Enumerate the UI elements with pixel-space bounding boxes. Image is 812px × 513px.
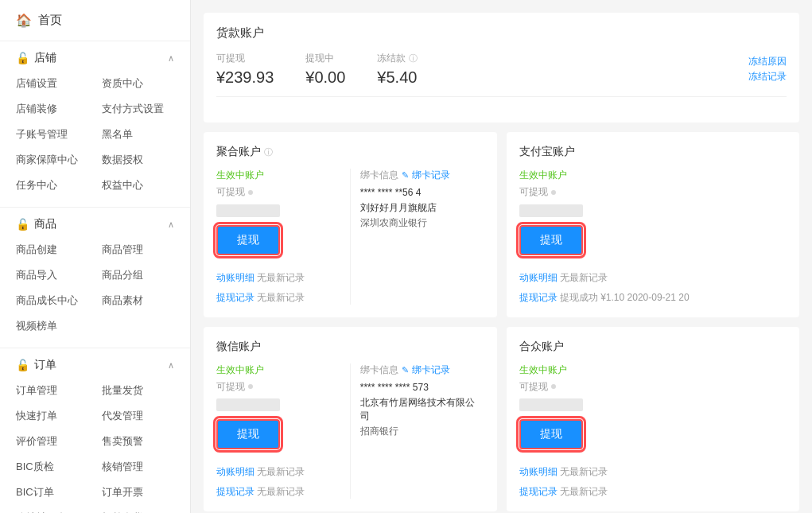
hezhong-withdraw-button[interactable]: 提现 bbox=[519, 419, 583, 449]
wechat-amount-blur bbox=[216, 398, 280, 411]
wechat-status: 生效中账户 bbox=[216, 363, 340, 377]
alipay-withdraw-button[interactable]: 提现 bbox=[519, 225, 583, 255]
wechat-dynamic-link[interactable]: 动账明细 bbox=[216, 466, 254, 477]
juhe-withdraw-record-link[interactable]: 提现记录 bbox=[216, 292, 254, 303]
sidebar-item-cancel-manage[interactable]: 核销管理 bbox=[95, 455, 181, 479]
balance-card: 货款账户 可提现 ¥239.93 提现中 ¥0.00 冻结款 ⓘ ¥5.40 冻… bbox=[204, 13, 799, 122]
account-juhe: 聚合账户 ⓘ 生效中账户 可提现 提现 动账明细 bbox=[204, 132, 497, 317]
sidebar-section-order-title[interactable]: 🔓 订单 ∧ bbox=[0, 348, 190, 379]
alipay-title: 支付宝账户 bbox=[519, 145, 787, 159]
juhe-amount-blur bbox=[216, 204, 280, 217]
pending-label: 提现中 bbox=[305, 52, 345, 65]
sidebar-section-shop: 🔓 店铺 ∧ 店铺设置 资质中心 店铺装修 支付方式设置 子账号管理 黑名单 商… bbox=[0, 41, 190, 208]
sidebar-item-dropship[interactable]: 代发管理 bbox=[95, 404, 181, 428]
hezhong-withdraw-record-link[interactable]: 提现记录 bbox=[519, 486, 558, 497]
sidebar-item-bic-inspect[interactable]: BIC质检 bbox=[10, 455, 95, 479]
wechat-card-holder: 北京有竹居网络技术有限公司 bbox=[360, 396, 484, 423]
sidebar-home[interactable]: 🏠 首页 bbox=[0, 0, 190, 41]
sidebar-item-placeholder bbox=[95, 314, 181, 338]
wechat-withdraw-button[interactable]: 提现 bbox=[216, 419, 280, 449]
sidebar-item-create-goods[interactable]: 商品创建 bbox=[10, 238, 95, 262]
juhe-status-dot bbox=[248, 190, 253, 195]
sidebar-item-shop-settings[interactable]: 店铺设置 bbox=[10, 72, 95, 95]
sidebar-item-order-invoice[interactable]: 订单开票 bbox=[95, 480, 181, 504]
available-label: 可提现 bbox=[216, 52, 274, 65]
juhe-links: 动账明细 无最新记录 bbox=[216, 271, 340, 285]
sidebar-item-goods-material[interactable]: 商品素材 bbox=[95, 289, 181, 313]
lock-icon-goods: 🔓 bbox=[16, 218, 29, 231]
frozen-reason-link[interactable]: 冻结原因 bbox=[748, 55, 787, 68]
sidebar-section-order: 🔓 订单 ∧ 订单管理 批量发货 快速打单 代发管理 评价管理 售卖预警 BIC… bbox=[0, 348, 190, 513]
juhe-card-record-link[interactable]: 绑卡记录 bbox=[412, 169, 450, 182]
arrow-icon-order: ∧ bbox=[168, 360, 174, 371]
juhe-dynamic-value: 无最新记录 bbox=[257, 272, 305, 283]
wechat-card-number: **** **** **** 573 bbox=[360, 382, 484, 393]
shop-menu: 店铺设置 资质中心 店铺装修 支付方式设置 子账号管理 黑名单 商家保障中心 数… bbox=[0, 72, 190, 207]
wechat-card-bank: 招商银行 bbox=[360, 425, 484, 438]
sidebar-item-data-auth[interactable]: 数据授权 bbox=[95, 148, 181, 172]
hezhong-status-dot bbox=[551, 384, 556, 389]
sidebar-item-video-rank[interactable]: 视频榜单 bbox=[10, 314, 95, 338]
goods-section-label: 商品 bbox=[34, 217, 56, 231]
home-label: 首页 bbox=[38, 13, 62, 28]
hezhong-withdraw-links: 提现记录 无最新记录 bbox=[519, 485, 787, 499]
wechat-links: 动账明细 无最新记录 bbox=[216, 465, 340, 479]
juhe-card-holder: 刘好好月月旗舰店 bbox=[360, 201, 484, 215]
alipay-status: 生效中账户 bbox=[519, 169, 787, 182]
juhe-card-info-label: 绑卡信息 ✎ 绑卡记录 bbox=[360, 169, 484, 182]
sidebar-section-shop-title[interactable]: 🔓 店铺 ∧ bbox=[0, 41, 190, 72]
hezhong-title: 合众账户 bbox=[519, 340, 787, 354]
alipay-dynamic-link[interactable]: 动账明细 bbox=[519, 272, 558, 283]
sidebar-item-qualification[interactable]: 资质中心 bbox=[95, 72, 181, 95]
wechat-status-dot bbox=[248, 384, 253, 389]
sidebar-item-order-manage[interactable]: 订单管理 bbox=[10, 379, 95, 402]
wechat-available-label: 可提现 bbox=[216, 380, 340, 394]
sidebar-item-rights[interactable]: 权益中心 bbox=[95, 173, 181, 197]
account-wechat: 微信账户 生效中账户 可提现 提现 动账明细 bbox=[204, 327, 497, 512]
alipay-withdraw-links: 提现记录 提现成功 ¥1.10 2020-09-21 20 bbox=[519, 291, 787, 305]
sidebar-section-goods-title[interactable]: 🔓 商品 ∧ bbox=[0, 208, 190, 238]
account-alipay: 支付宝账户 生效中账户 可提现 提现 动账明细 无最新记录 bbox=[507, 132, 800, 317]
wechat-withdraw-record-link[interactable]: 提现记录 bbox=[216, 486, 254, 497]
sidebar-item-print-ship[interactable]: 打单发货 bbox=[95, 506, 181, 513]
sidebar-item-goods-import[interactable]: 商品导入 bbox=[10, 263, 95, 287]
sidebar-item-quick-print[interactable]: 快速打单 bbox=[10, 404, 95, 428]
sidebar-item-address-change[interactable]: 改地址服务 bbox=[10, 506, 95, 513]
wechat-dynamic-value: 无最新记录 bbox=[257, 466, 305, 477]
accounts-grid: 聚合账户 ⓘ 生效中账户 可提现 提现 动账明细 bbox=[204, 132, 799, 511]
available-balance: 可提现 ¥239.93 bbox=[216, 52, 274, 87]
hezhong-dynamic-link[interactable]: 动账明细 bbox=[519, 466, 558, 477]
juhe-left: 生效中账户 可提现 提现 动账明细 无最新记录 bbox=[216, 169, 340, 305]
alipay-withdraw-record-link[interactable]: 提现记录 bbox=[519, 292, 558, 303]
frozen-record-link[interactable]: 冻结记录 bbox=[748, 70, 787, 84]
juhe-withdraw-button[interactable]: 提现 bbox=[216, 225, 280, 255]
sidebar-item-goods-growth[interactable]: 商品成长中心 bbox=[10, 289, 95, 313]
sidebar-item-payment[interactable]: 支付方式设置 bbox=[95, 97, 181, 121]
sidebar-item-goods-group[interactable]: 商品分组 bbox=[95, 263, 181, 287]
sidebar-item-goods-manage[interactable]: 商品管理 bbox=[95, 238, 181, 262]
sidebar-item-subaccount[interactable]: 子账号管理 bbox=[10, 122, 95, 146]
sidebar-item-task[interactable]: 任务中心 bbox=[10, 173, 95, 197]
frozen-links: 冻结原因 冻结记录 bbox=[748, 55, 787, 84]
sidebar-item-bic-order[interactable]: BIC订单 bbox=[10, 480, 95, 504]
sidebar-item-batch-ship[interactable]: 批量发货 bbox=[95, 379, 181, 402]
order-section-label: 订单 bbox=[34, 358, 56, 372]
sidebar-item-decoration[interactable]: 店铺装修 bbox=[10, 97, 95, 121]
juhe-withdraw-record-value: 无最新记录 bbox=[257, 292, 305, 303]
pending-value: ¥0.00 bbox=[305, 68, 345, 87]
sidebar-item-blacklist[interactable]: 黑名单 bbox=[95, 122, 181, 146]
sidebar-item-review[interactable]: 评价管理 bbox=[10, 429, 95, 453]
sidebar-item-merchant-protect[interactable]: 商家保障中心 bbox=[10, 148, 95, 172]
alipay-links: 动账明细 无最新记录 bbox=[519, 271, 787, 285]
juhe-status: 生效中账户 bbox=[216, 169, 340, 182]
arrow-icon-shop: ∧ bbox=[168, 53, 174, 64]
juhe-edit-icon[interactable]: ✎ bbox=[402, 170, 409, 181]
wechat-edit-icon[interactable]: ✎ bbox=[402, 365, 409, 375]
juhe-dynamic-link[interactable]: 动账明细 bbox=[216, 272, 254, 283]
lock-icon-order: 🔓 bbox=[16, 359, 29, 371]
wechat-card-record-link[interactable]: 绑卡记录 bbox=[412, 363, 450, 377]
hezhong-status: 生效中账户 bbox=[519, 363, 787, 377]
wechat-right: 绑卡信息 ✎ 绑卡记录 **** **** **** 573 北京有竹居网络技术… bbox=[350, 363, 484, 499]
page-title: 货款账户 bbox=[216, 25, 787, 41]
sidebar-item-sale-warning[interactable]: 售卖预警 bbox=[95, 429, 181, 453]
